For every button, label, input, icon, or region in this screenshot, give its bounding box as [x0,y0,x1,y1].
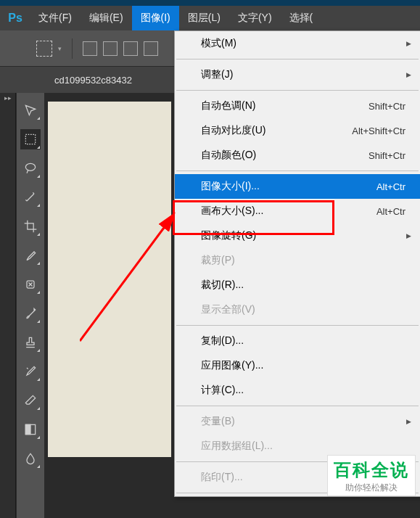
menu-canvas-size[interactable]: 画布大小(S)...Alt+Ctr [175,199,420,223]
watermark: 百科全说 助你轻松解决 [327,455,416,496]
menu-select[interactable]: 选择( [281,6,322,30]
move-tool[interactable] [20,100,41,120]
app-logo: Ps [1,7,30,29]
menu-layer[interactable]: 图层(L) [179,6,229,30]
dropdown-arrow-icon[interactable]: ▾ [58,45,62,52]
menu-edit[interactable]: 编辑(E) [81,6,132,30]
menu-variables: 变量(B) [175,409,420,434]
menu-reveal-all: 显示全部(V) [175,297,420,322]
svg-rect-0 [25,134,35,144]
menu-image-size[interactable]: 图像大小(I)...Alt+Ctr [175,174,420,199]
healing-brush-tool[interactable] [20,274,41,295]
menu-auto-tone[interactable]: 自动色调(N)Shift+Ctr [175,94,420,118]
eraser-tool[interactable] [20,390,41,411]
toolbar [16,93,45,518]
selection-mode-intersect-icon[interactable] [144,41,158,56]
collapse-arrows-icon[interactable]: ▸▸ [0,93,15,102]
svg-point-1 [25,163,35,170]
menu-apply-image[interactable]: 应用图像(Y)... [175,353,420,378]
marquee-tool[interactable] [20,129,41,149]
watermark-subtitle: 助你轻松解决 [334,482,409,494]
selection-preview-icon[interactable] [36,41,52,57]
menu-crop: 裁剪(P) [175,248,420,273]
menu-file[interactable]: 文件(F) [30,6,81,30]
document-canvas[interactable] [48,102,171,457]
menu-mode[interactable]: 模式(M) [175,31,420,56]
menu-image[interactable]: 图像(I) [132,6,179,30]
svg-rect-4 [25,424,30,434]
crop-tool[interactable] [20,216,41,237]
menu-image-rotation[interactable]: 图像旋转(G) [175,223,420,248]
menu-text[interactable]: 文字(Y) [229,6,281,30]
menu-adjustments[interactable]: 调整(J) [175,62,420,87]
brush-tool[interactable] [20,303,41,324]
menu-auto-color[interactable]: 自动颜色(O)Shift+Ctr [175,143,420,168]
menu-auto-contrast[interactable]: 自动对比度(U)Alt+Shift+Ctr [175,118,420,143]
lasso-tool[interactable] [20,158,41,178]
history-brush-tool[interactable] [20,361,41,382]
menu-calculations[interactable]: 计算(C)... [175,378,420,403]
menu-trim[interactable]: 裁切(R)... [175,273,420,297]
gradient-tool[interactable] [20,419,41,440]
selection-mode-subtract-icon[interactable] [123,41,138,56]
image-menu-dropdown: 模式(M) 调整(J) 自动色调(N)Shift+Ctr 自动对比度(U)Alt… [174,30,420,497]
selection-mode-new-icon[interactable] [83,41,97,56]
eyedropper-tool[interactable] [20,245,41,266]
document-tab[interactable]: cd1099532c83432 [54,75,132,86]
panel-strip: ▸▸ [0,93,16,518]
magic-wand-tool[interactable] [20,187,41,207]
menubar: Ps 文件(F) 编辑(E) 图像(I) 图层(L) 文字(Y) 选择( [0,6,420,30]
watermark-title: 百科全说 [334,459,409,482]
menu-duplicate[interactable]: 复制(D)... [175,329,420,353]
stamp-tool[interactable] [20,332,41,353]
blur-tool[interactable] [20,448,41,469]
selection-mode-add-icon[interactable] [103,41,118,56]
titlebar [0,0,420,6]
